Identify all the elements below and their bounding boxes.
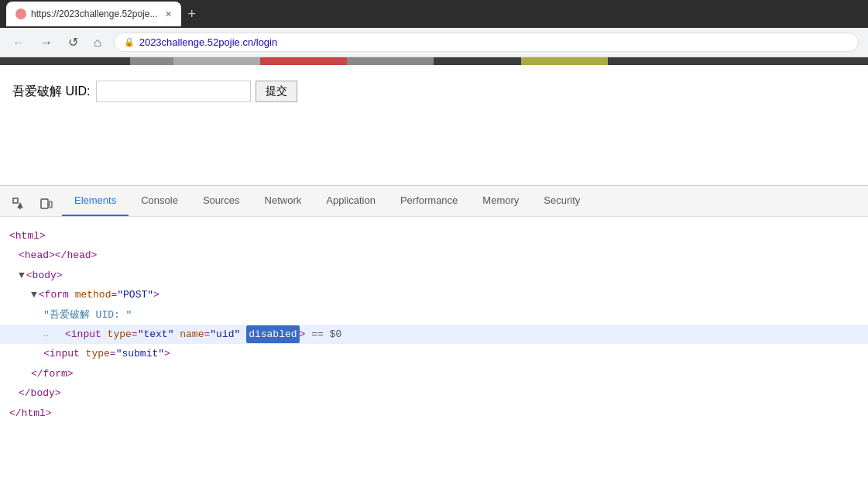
input-disabled-line[interactable]: … <input type="text" name="uid" disabled… [0, 325, 868, 344]
tab-network[interactable]: Network [252, 185, 314, 216]
lock-icon: 🔒 [124, 37, 135, 47]
tab-performance[interactable]: Performance [388, 185, 470, 216]
uid-input[interactable] [96, 81, 251, 102]
titlebar: https://2023challenge.52poje... ✕ + [0, 0, 868, 28]
tab-close-btn[interactable]: ✕ [165, 9, 172, 19]
address-bar: ← → ↺ ⌂ 🔒 2023challenge.52pojie.cn/login [0, 28, 868, 57]
tab-favicon [15, 9, 26, 19]
new-tab-button[interactable]: + [184, 6, 199, 22]
tab-application[interactable]: Application [314, 185, 388, 216]
url-bar[interactable]: 🔒 2023challenge.52pojie.cn/login [114, 33, 859, 52]
devtools-panel: Elements Console Sources Network Applica… [0, 185, 868, 458]
url-text: 2023challenge.52pojie.cn/login [139, 36, 278, 48]
body-triangle[interactable]: ▼ [19, 267, 25, 284]
input-submit-line[interactable]: <input type="submit"> [0, 344, 868, 363]
reload-button[interactable]: ↺ [65, 33, 81, 51]
svg-rect-0 [13, 198, 18, 203]
form-close-line[interactable]: </form> [0, 364, 868, 383]
tab-memory[interactable]: Memory [470, 185, 531, 216]
head-line[interactable]: <head></head> [0, 246, 868, 265]
disabled-attr: disabled [246, 325, 299, 343]
html-line[interactable]: <html> [0, 226, 868, 246]
body-line[interactable]: ▼ <body> [0, 266, 868, 285]
elements-panel: <html> <head></head> ▼ <body> ▼ <form me… [0, 217, 868, 459]
tab-elements[interactable]: Elements [62, 185, 129, 216]
tab-bar: https://2023challenge.52poje... ✕ + [6, 2, 862, 26]
break-points-indicator: … [43, 327, 59, 342]
text-node-line[interactable]: "吾爱破解 UID: " [0, 305, 868, 325]
devtools-content: <html> <head></head> ▼ <body> ▼ <form me… [0, 217, 868, 459]
device-toggle-button[interactable] [34, 191, 59, 216]
tab-sources[interactable]: Sources [190, 185, 252, 216]
back-button[interactable]: ← [9, 34, 28, 51]
home-button[interactable]: ⌂ [91, 34, 105, 51]
submit-button[interactable]: 提交 [256, 81, 297, 102]
html-close-line[interactable]: </html> [0, 404, 868, 423]
form-line[interactable]: ▼ <form method="POST"> [0, 285, 868, 304]
dom-tree: <html> <head></head> ▼ <body> ▼ <form me… [0, 220, 868, 429]
body-close-line[interactable]: </body> [0, 383, 868, 403]
element-picker-button[interactable] [6, 191, 31, 216]
bookmark-bar [0, 57, 868, 65]
form-label: 吾爱破解 UID: [12, 81, 90, 102]
tab-title: https://2023challenge.52poje... [31, 9, 157, 19]
page-content: 吾爱破解 UID: 提交 [0, 65, 868, 185]
tab-console[interactable]: Console [129, 185, 190, 216]
form-triangle[interactable]: ▼ [31, 286, 37, 304]
svg-rect-2 [50, 201, 52, 208]
active-tab[interactable]: https://2023challenge.52poje... ✕ [6, 2, 181, 26]
forward-button[interactable]: → [37, 34, 56, 51]
tab-security[interactable]: Security [531, 185, 592, 216]
devtools-tab-bar: Elements Console Sources Network Applica… [0, 186, 868, 217]
svg-rect-1 [41, 199, 48, 208]
